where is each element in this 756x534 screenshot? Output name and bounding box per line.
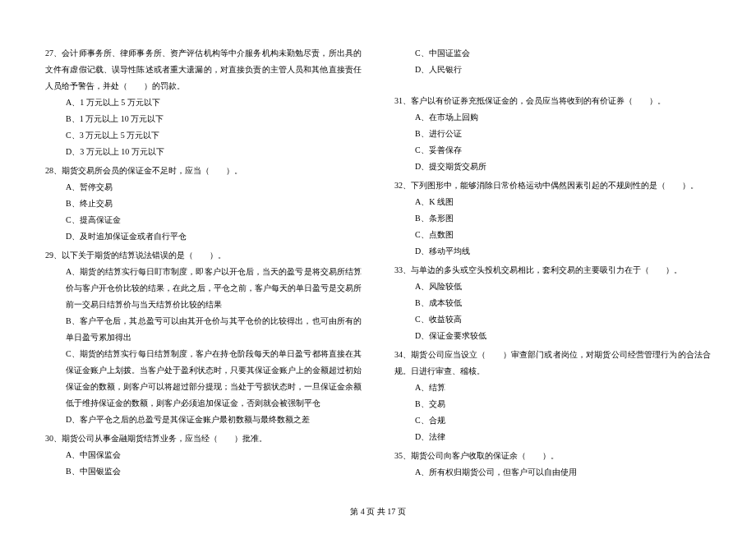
- q30-opt-b: B、中国银监会: [45, 463, 362, 480]
- q30-stem: 30、期货公司从事金融期货结算业务，应当经（ ）批准。: [45, 430, 362, 447]
- question-29: 29、以下关于期货的结算说法错误的是（ ）。 A、期货的结算实行每日盯市制度，即…: [45, 247, 362, 428]
- spacer: [394, 78, 711, 93]
- q27-opt-d: D、3 万元以上 10 万元以下: [45, 144, 362, 160]
- q29-stem: 29、以下关于期货的结算说法错误的是（ ）。: [45, 247, 362, 264]
- q33-opt-a: A、风险较低: [394, 279, 711, 295]
- q28-opt-b: B、终止交易: [45, 196, 362, 212]
- q30-opt-d: D、人民银行: [394, 62, 711, 78]
- question-35: 35、期货公司向客户收取的保证余（ ）。 A、所有权归期货公司，但客户可以自由使…: [394, 448, 711, 481]
- question-30: 30、期货公司从事金融期货结算业务，应当经（ ）批准。 A、中国保监会 B、中国…: [45, 430, 362, 480]
- q30-opt-a: A、中国保监会: [45, 447, 362, 463]
- q27-opt-c: C、3 万元以上 5 万元以下: [45, 127, 362, 144]
- q34-stem: 34、期货公司应当设立（ ）审查部门或者岗位，对期货公司经营管理行为的合法合规。…: [394, 347, 711, 380]
- q32-opt-b: B、条形图: [394, 210, 711, 227]
- q27-opt-b: B、1 万元以上 10 万元以下: [45, 111, 362, 127]
- q34-opt-b: B、交易: [394, 396, 711, 412]
- q31-opt-a: A、在市场上回购: [394, 109, 711, 126]
- q27-stem: 27、会计师事务所、律师事务所、资产评估机构等中介服务机构未勤勉尽责，所出具的文…: [45, 45, 362, 94]
- question-28: 28、期货交易所会员的保证金不足时，应当（ ）。 A、暂停交易 B、终止交易 C…: [45, 163, 362, 245]
- q33-opt-d: D、保证金要求较低: [394, 328, 711, 344]
- q31-opt-c: C、妥善保存: [394, 142, 711, 159]
- q30-opt-c: C、中国证监会: [394, 45, 711, 62]
- q35-opt-a: A、所有权归期货公司，但客户可以自由使用: [394, 464, 711, 481]
- q35-stem: 35、期货公司向客户收取的保证余（ ）。: [394, 448, 711, 464]
- q29-opt-c: C、期货的结算实行每日结算制度，客户在持仓阶段每天的单日盈亏都将直接在其保证金账…: [45, 346, 362, 412]
- page-content: 27、会计师事务所、律师事务所、资产评估机构等中介服务机构未勤勉尽责，所出具的文…: [0, 0, 756, 508]
- q28-opt-a: A、暂停交易: [45, 179, 362, 196]
- page-footer: 第 4 页 共 17 页: [0, 506, 756, 518]
- q29-opt-b: B、客户平仓后，其总盈亏可以由其开仓价与其平仓价的比较得出，也可由所有的单日盈亏…: [45, 313, 362, 346]
- q34-opt-a: A、结算: [394, 380, 711, 396]
- right-column: C、中国证监会 D、人民银行 31、客户以有价证券充抵保证金的，会员应当将收到的…: [394, 45, 711, 483]
- q28-stem: 28、期货交易所会员的保证金不足时，应当（ ）。: [45, 163, 362, 179]
- q28-opt-d: D、及时追加保证金或者自行平仓: [45, 228, 362, 245]
- left-column: 27、会计师事务所、律师事务所、资产评估机构等中介服务机构未勤勉尽责，所出具的文…: [45, 45, 362, 483]
- q27-opt-a: A、1 万元以上 5 万元以下: [45, 94, 362, 111]
- question-32: 32、下列图形中，能够消除日常价格运动中偶然因素引起的不规则性的是（ ）。 A、…: [394, 177, 711, 260]
- q29-opt-d: D、客户平仓之后的总盈亏是其保证金账户最初数额与最终数额之差: [45, 412, 362, 428]
- question-27: 27、会计师事务所、律师事务所、资产评估机构等中介服务机构未勤勉尽责，所出具的文…: [45, 45, 362, 160]
- q32-opt-d: D、移动平均线: [394, 243, 711, 260]
- question-31: 31、客户以有价证券充抵保证金的，会员应当将收到的有价证券（ ）。 A、在市场上…: [394, 93, 711, 175]
- q34-opt-d: D、法律: [394, 429, 711, 445]
- q29-opt-a: A、期货的结算实行每日盯市制度，即客户以开仓后，当天的盈亏是将交易所结算价与客户…: [45, 264, 362, 313]
- question-33: 33、与单边的多头或空头投机交易相比，套利交易的主要吸引力在于（ ）。 A、风险…: [394, 262, 711, 344]
- q34-opt-c: C、合规: [394, 412, 711, 429]
- q32-opt-c: C、点数图: [394, 227, 711, 243]
- q31-opt-d: D、提交期货交易所: [394, 159, 711, 175]
- q32-stem: 32、下列图形中，能够消除日常价格运动中偶然因素引起的不规则性的是（ ）。: [394, 177, 711, 194]
- q33-opt-b: B、成本较低: [394, 295, 711, 311]
- q33-stem: 33、与单边的多头或空头投机交易相比，套利交易的主要吸引力在于（ ）。: [394, 262, 711, 279]
- q32-opt-a: A、K 线图: [394, 194, 711, 210]
- question-34: 34、期货公司应当设立（ ）审查部门或者岗位，对期货公司经营管理行为的合法合规。…: [394, 347, 711, 445]
- q31-stem: 31、客户以有价证券充抵保证金的，会员应当将收到的有价证券（ ）。: [394, 93, 711, 109]
- q31-opt-b: B、进行公证: [394, 126, 711, 142]
- q28-opt-c: C、提高保证金: [45, 212, 362, 228]
- q33-opt-c: C、收益较高: [394, 311, 711, 328]
